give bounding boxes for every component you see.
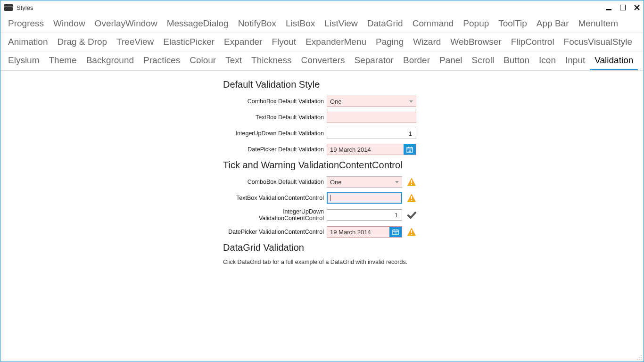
combo-default-value: One [330,98,409,105]
svg-rect-26 [637,359,638,360]
tab-listview[interactable]: ListView [320,15,362,33]
tab-notifybox[interactable]: NotifyBox [233,15,281,33]
tab-progress[interactable]: Progress [3,15,49,33]
minimize-button[interactable] [605,4,612,11]
tab-expandermenu[interactable]: ExpanderMenu [301,33,371,51]
tab-thickness[interactable]: Thickness [247,51,297,70]
svg-text:31: 31 [408,149,411,152]
tab-separator[interactable]: Separator [350,51,398,70]
tab-listbox[interactable]: ListBox [281,15,320,33]
datepicker-default[interactable]: 19 March 2014 31 [327,144,416,155]
tab-row-3: ElysiumThemeBackgroundPracticesColourTex… [0,51,644,70]
section-datagrid-validation: DataGrid Validation Click DataGrid tab f… [223,242,421,265]
datepicker-tw-value: 19 March 2014 [330,229,389,236]
label-textbox-tw: TextBox ValidationContentControl [223,195,327,201]
tab-menuitem[interactable]: MenuItem [574,15,623,33]
svg-rect-14 [411,200,412,201]
tab-wizard[interactable]: Wizard [408,33,446,51]
tab-popup[interactable]: Popup [458,15,494,33]
tab-command[interactable]: Command [408,15,459,33]
status-textbox-warn [402,193,418,203]
tab-converters[interactable]: Converters [297,51,350,70]
tab-treeview[interactable]: TreeView [112,33,158,51]
tab-background[interactable]: Background [82,51,139,70]
tab-window[interactable]: Window [49,15,90,33]
tab-webbrowser[interactable]: WebBrowser [446,33,506,51]
tab-row-1: ProgressWindowOverlayWindowMessageDialog… [0,15,644,33]
tab-input[interactable]: Input [561,51,590,70]
calendar-icon[interactable]: 31 [404,144,416,155]
svg-rect-25 [641,357,642,358]
tab-button[interactable]: Button [499,51,534,70]
combo-default[interactable]: One [327,96,416,107]
check-icon [407,210,416,220]
svg-text:31: 31 [394,232,397,235]
calendar-icon[interactable]: 31 [389,227,402,237]
tab-theme[interactable]: Theme [44,51,82,70]
warning-icon [407,177,416,187]
integerupdown-default-value: 1 [330,130,413,137]
tab-focusvisualstyle[interactable]: FocusVisualStyle [559,33,637,51]
tab-elasticpicker[interactable]: ElasticPicker [158,33,219,51]
tab-app-bar[interactable]: App Bar [532,15,574,33]
tab-flipcontrol[interactable]: FlipControl [506,33,559,51]
datagrid-info-text: Click DataGrid tab for a full example of… [223,259,421,265]
combo-tw-value: One [330,179,395,186]
tab-text[interactable]: Text [221,51,247,70]
tab-overlaywindow[interactable]: OverlayWindow [90,15,162,33]
svg-rect-1 [620,5,626,10]
warning-icon [407,193,416,203]
warning-icon [407,227,416,237]
label-date-default: DatePicker Default Validation [223,146,327,153]
tab-animation[interactable]: Animation [3,33,53,51]
status-intud-ok [402,210,418,220]
integerupdown-tw-value: 1 [330,212,399,219]
resize-grip-icon[interactable] [637,355,643,361]
tab-colour[interactable]: Colour [185,51,221,70]
tab-scroll[interactable]: Scroll [467,51,499,70]
tab-tooltip[interactable]: ToolTip [494,15,532,33]
label-combo-default: ComboBox Default Validation [223,98,327,105]
svg-rect-11 [411,184,412,185]
tab-validation[interactable]: Validation [590,51,638,70]
chevron-down-icon [395,181,399,183]
chevron-down-icon [409,100,413,103]
datepicker-tw[interactable]: 19 March 2014 31 [327,226,402,238]
tab-panel[interactable]: Panel [435,51,467,70]
section-default-validation: Default Validation Style ComboBox Defaul… [223,79,421,155]
integerupdown-default[interactable]: 1 [327,128,416,139]
content-area: Default Validation Style ComboBox Defaul… [0,71,644,279]
label-date-tw: DatePicker ValidationContentControl [223,229,327,235]
textbox-tw[interactable] [327,192,402,204]
tab-drag-drop[interactable]: Drag & Drop [53,33,112,51]
tab-paging[interactable]: Paging [371,33,408,51]
heading-tick-warning: Tick and Warning ValidationContentContro… [223,160,421,171]
tab-elysium[interactable]: Elysium [3,51,44,70]
svg-rect-23 [641,355,642,356]
combo-tw[interactable]: One [327,176,402,188]
textbox-default[interactable] [327,112,416,123]
form-default: ComboBox Default Validation One TextBox … [223,96,421,155]
close-button[interactable] [633,4,641,11]
label-intud-default: IntegerUpDown Default Validation [223,130,327,137]
tab-flyout[interactable]: Flyout [267,33,301,51]
tab-strip: ProgressWindowOverlayWindowMessageDialog… [0,15,644,71]
tab-messagedialog[interactable]: MessageDialog [162,15,233,33]
form-tickwarn: ComboBox Default Validation One TextBox … [223,176,421,238]
tab-icon[interactable]: Icon [534,51,561,70]
window-title: Styles [17,4,33,11]
app-folder-icon [4,4,13,11]
integerupdown-tw[interactable]: 1 [327,209,402,221]
status-combo-warn [402,177,418,187]
tab-border[interactable]: Border [398,51,435,70]
svg-rect-28 [641,359,642,360]
maximize-button[interactable] [619,4,627,11]
tab-datagrid[interactable]: DataGrid [363,15,408,33]
tab-expander[interactable]: Expander [219,33,267,51]
heading-datagrid-validation: DataGrid Validation [223,242,421,253]
svg-rect-0 [606,9,611,10]
titlebar: Styles [0,0,644,15]
tab-practices[interactable]: Practices [139,51,185,70]
tab-row-2: AnimationDrag & DropTreeViewElasticPicke… [0,33,644,51]
section-tick-warning: Tick and Warning ValidationContentContro… [223,160,421,238]
